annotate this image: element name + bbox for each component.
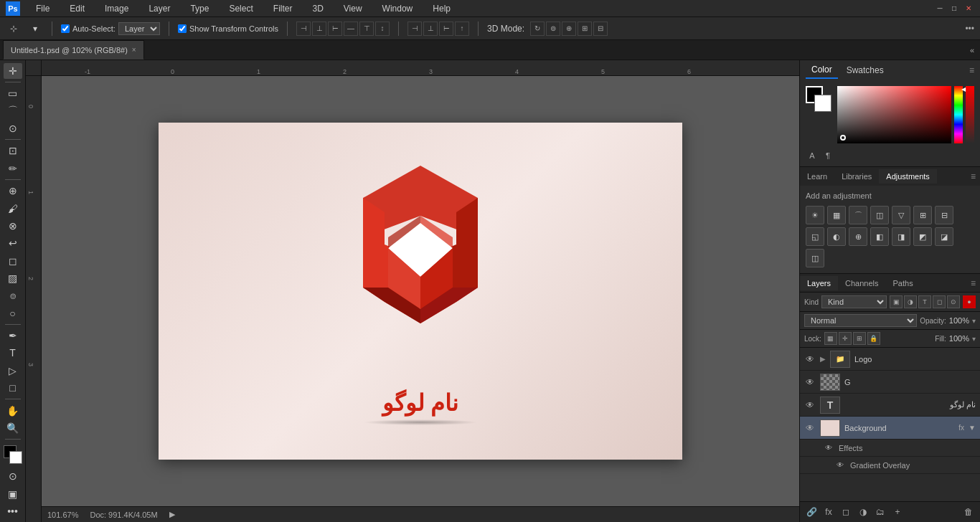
opacity-arrow[interactable]: ▾ — [972, 317, 976, 325]
layer-item-g[interactable]: 👁 G — [800, 371, 980, 394]
hue-spectrum-slider[interactable]: ◀ — [954, 86, 963, 143]
dist-right-icon[interactable]: ⊢ — [439, 22, 453, 36]
filter-adjust-icon[interactable]: ◑ — [904, 295, 917, 308]
transform-checkbox[interactable] — [178, 24, 187, 33]
type-icon-A[interactable]: A — [806, 149, 819, 162]
layer-expand-logo[interactable]: ▶ — [820, 355, 826, 363]
dodge-tool[interactable]: ○ — [4, 305, 22, 321]
lock-artboard-icon[interactable]: ⊞ — [853, 332, 866, 345]
layer-visibility-g[interactable]: 👁 — [804, 376, 816, 388]
adj-posterize-icon[interactable]: ◧ — [870, 227, 889, 246]
opacity-value[interactable]: 100% — [949, 316, 969, 325]
tab-swatches[interactable]: Swatches — [841, 62, 890, 78]
3d-scale-icon[interactable]: ⊟ — [593, 22, 608, 36]
menu-view[interactable]: View — [339, 2, 367, 15]
tab-adjustments[interactable]: Adjustments — [879, 169, 937, 184]
filter-type-icon[interactable]: T — [918, 295, 931, 308]
filter-pixel-icon[interactable]: ▣ — [890, 295, 903, 308]
healing-tool[interactable]: ⊕ — [4, 183, 22, 199]
auto-select-dropdown[interactable]: Layer — [118, 22, 160, 35]
menu-image[interactable]: Image — [100, 2, 133, 15]
3d-rotate-icon[interactable]: ↻ — [530, 22, 545, 36]
hand-tool[interactable]: ✋ — [4, 402, 22, 418]
layer-visibility-background[interactable]: 👁 — [804, 422, 816, 434]
delete-layer-btn[interactable]: 🗑 — [961, 505, 976, 519]
tab-channels[interactable]: Channels — [838, 276, 885, 290]
new-group-btn[interactable]: 🗂 — [873, 505, 887, 519]
gradient-tool[interactable]: ▨ — [4, 270, 22, 286]
adj-levels-icon[interactable]: ▦ — [827, 206, 846, 224]
tab-color[interactable]: Color — [806, 62, 838, 79]
menu-select[interactable]: Select — [225, 2, 257, 15]
tool-options-arrow[interactable]: ▾ — [27, 21, 43, 37]
layer-item-logo[interactable]: 👁 ▶ 📁 Logo — [800, 348, 980, 371]
eraser-tool[interactable]: ◻ — [4, 252, 22, 268]
adj-selective-color-icon[interactable]: ◩ — [913, 227, 932, 246]
adj-invert-icon[interactable]: ◪ — [935, 227, 953, 246]
document-tab[interactable]: Untitled-1.psd @ 102% (RGB/8#) × — [3, 40, 144, 60]
tab-paths[interactable]: Paths — [886, 276, 920, 290]
tab-learn[interactable]: Learn — [800, 169, 834, 184]
dist-center-h-icon[interactable]: ⊥ — [423, 22, 438, 36]
layer-expand-background[interactable]: ▼ — [969, 424, 976, 432]
crop-tool[interactable]: ⊡ — [4, 143, 22, 158]
zoom-tool[interactable]: 🔍 — [4, 420, 22, 436]
pen-tool[interactable]: ✒ — [4, 328, 22, 343]
history-brush-tool[interactable]: ↩ — [4, 235, 22, 251]
menu-file[interactable]: File — [32, 2, 54, 15]
align-top-icon[interactable]: — — [344, 22, 358, 36]
eyedropper-tool[interactable]: ✏ — [4, 161, 22, 176]
quick-mask-btn[interactable]: ⊙ — [4, 468, 22, 484]
background-swatch[interactable] — [814, 95, 831, 112]
screen-mode-btn[interactable]: ▣ — [4, 485, 22, 501]
color-panel-expand[interactable]: ≡ — [969, 65, 974, 75]
background-color[interactable] — [9, 451, 22, 464]
align-center-v-icon[interactable]: ⊤ — [359, 22, 374, 36]
menu-help[interactable]: Help — [428, 2, 455, 15]
brush-tool[interactable]: 🖌 — [4, 200, 22, 216]
maximize-button[interactable]: □ — [948, 3, 960, 14]
adj-gradient-map-icon[interactable]: ▽ — [892, 206, 910, 224]
dist-top-icon[interactable]: ↑ — [455, 22, 469, 36]
adj-photo-filter-icon[interactable]: ◐ — [827, 227, 846, 246]
tab-layers[interactable]: Layers — [800, 276, 838, 290]
fill-arrow[interactable]: ▾ — [972, 335, 976, 343]
align-center-h-icon[interactable]: ⊥ — [312, 22, 326, 36]
adj-exposure-icon[interactable]: ◫ — [870, 206, 889, 224]
add-style-btn[interactable]: fx — [821, 505, 836, 519]
lock-pixels-icon[interactable]: ▦ — [824, 332, 837, 345]
menu-filter[interactable]: Filter — [269, 2, 297, 15]
color-gradient-picker[interactable] — [837, 86, 951, 143]
adj-channel-mixer-icon[interactable]: ⊕ — [849, 227, 867, 246]
move-tool[interactable]: ✛ — [4, 63, 22, 79]
auto-select-checkbox[interactable] — [61, 24, 70, 33]
quick-select-tool[interactable]: ⊙ — [4, 120, 22, 136]
filter-smart-icon[interactable]: ⊙ — [947, 295, 960, 308]
new-adjustment-btn[interactable]: ◑ — [856, 505, 870, 519]
3d-slide-icon[interactable]: ⊞ — [578, 22, 592, 36]
marquee-tool[interactable]: ▭ — [4, 85, 22, 101]
layer-item-text[interactable]: 👁 T نام لوگو — [800, 394, 980, 417]
adj-brightness-icon[interactable]: ☀ — [806, 206, 824, 224]
align-left-icon[interactable]: ⊣ — [296, 22, 311, 36]
gradient-overlay-visibility[interactable]: 👁 — [834, 460, 846, 471]
lock-position-icon[interactable]: ✛ — [839, 332, 852, 345]
document-tab-close[interactable]: × — [132, 46, 136, 54]
menu-window[interactable]: Window — [378, 2, 418, 15]
layer-visibility-logo[interactable]: 👁 — [804, 353, 816, 365]
menu-3d[interactable]: 3D — [308, 2, 327, 15]
new-layer-dot[interactable]: ● — [963, 295, 976, 308]
adj-hsl-icon[interactable]: ⊞ — [913, 206, 932, 224]
more-options-icon[interactable]: ••• — [965, 24, 974, 34]
menu-layer[interactable]: Layer — [144, 2, 174, 15]
status-arrow[interactable]: ▶ — [169, 510, 175, 519]
adj-bw-icon[interactable]: ◱ — [806, 227, 824, 246]
adj-color-balance-icon[interactable]: ⊟ — [935, 206, 953, 224]
adj-curves-icon[interactable]: ⌒ — [849, 206, 867, 224]
adj-expand-icon[interactable]: ≡ — [966, 171, 980, 181]
add-mask-btn[interactable]: ◻ — [839, 505, 853, 519]
kind-dropdown[interactable]: Kind — [821, 295, 887, 308]
align-right-icon[interactable]: ⊢ — [328, 22, 342, 36]
tab-libraries[interactable]: Libraries — [834, 169, 879, 184]
close-button[interactable]: ✕ — [963, 3, 974, 14]
